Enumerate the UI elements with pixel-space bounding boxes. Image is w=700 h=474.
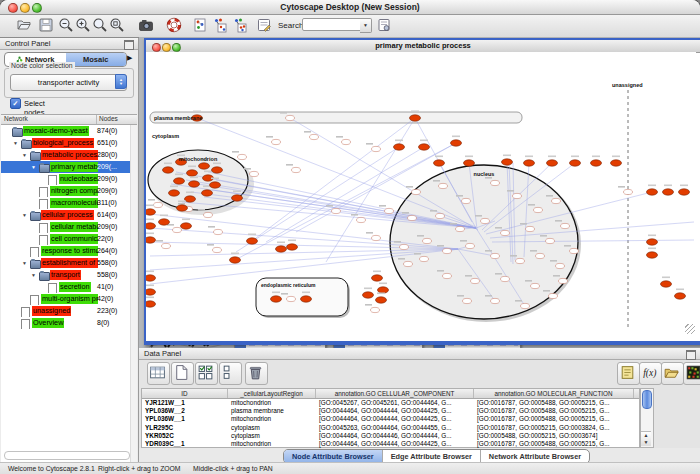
network-node[interactable]: [419, 144, 430, 150]
table-row[interactable]: YJR121W__1mitochondrion[GO:0045267, GO:0…: [142, 399, 639, 407]
network-node[interactable]: [531, 283, 540, 288]
tree-column-network[interactable]: Network: [1, 115, 97, 124]
column-header-3[interactable]: annotation.GO MOLECULAR_FUNCTION: [474, 389, 634, 398]
table-row[interactable]: YPL036W__1mitochondrion[GO:0044464, GO:0…: [142, 415, 639, 423]
network-node[interactable]: [536, 253, 545, 258]
expand-arrow-icon[interactable]: ▼: [22, 212, 27, 218]
network-node[interactable]: [272, 139, 281, 144]
network-node[interactable]: [556, 263, 565, 268]
tree-row-multi-organism-pro[interactable]: multi-organism pro42(0): [1, 293, 131, 305]
network-node[interactable]: [434, 160, 445, 166]
network-node[interactable]: [372, 275, 383, 281]
network-node[interactable]: [210, 182, 221, 188]
tab-scroll-right-icon[interactable]: ▶: [127, 54, 132, 62]
network-node[interactable]: [146, 275, 156, 281]
network-node[interactable]: [204, 212, 213, 217]
tree-row-nitrogen-compo[interactable]: nitrogen compo209(0): [1, 185, 131, 197]
network-node[interactable]: [521, 303, 530, 308]
zoom-out-icon[interactable]: [58, 17, 76, 35]
delete-attribute-icon[interactable]: [245, 362, 268, 385]
new-attribute-icon[interactable]: [171, 362, 194, 385]
network-node[interactable]: [570, 248, 579, 253]
tree-scrollbar[interactable]: [130, 125, 137, 462]
network-node[interactable]: [679, 189, 690, 195]
expand-arrow-icon[interactable]: ▼: [31, 272, 36, 278]
tree-column-nodes[interactable]: Nodes: [97, 115, 137, 124]
network-node[interactable]: [463, 298, 472, 303]
network-node[interactable]: [502, 159, 513, 165]
tree-row-secretion[interactable]: secretion41(0): [1, 281, 131, 293]
control-panel-hscrollbar[interactable]: [4, 451, 130, 460]
network-node[interactable]: [501, 230, 510, 235]
network-node[interactable]: [177, 205, 188, 211]
network-node[interactable]: [481, 218, 490, 223]
network-node[interactable]: [534, 207, 543, 212]
tree-row-cellular-metabo[interactable]: cellular metabo209(0): [1, 221, 131, 233]
network-node[interactable]: [675, 293, 686, 299]
network-node[interactable]: [661, 281, 672, 287]
network-node[interactable]: [647, 252, 658, 258]
network-node[interactable]: [451, 140, 462, 146]
network-node[interactable]: [408, 215, 417, 220]
network-node[interactable]: [238, 154, 247, 159]
expand-arrow-icon[interactable]: ▼: [31, 164, 36, 170]
tree-row-nucleobase-[interactable]: nucleobase-209(0): [1, 173, 131, 185]
network-node[interactable]: [187, 170, 198, 176]
network-node[interactable]: [247, 238, 258, 244]
network-node[interactable]: [372, 146, 381, 151]
search-input[interactable]: [302, 18, 362, 31]
network-node[interactable]: [292, 167, 301, 172]
network-node[interactable]: [378, 287, 389, 293]
tree-row-biological-process[interactable]: ▼biological_process651(0): [1, 137, 131, 149]
network-node[interactable]: [357, 217, 366, 222]
network-node[interactable]: [471, 278, 480, 283]
network-node[interactable]: [524, 160, 535, 166]
network-node[interactable]: [159, 219, 170, 225]
mosaic-icon-3[interactable]: [232, 17, 250, 35]
tree-row-establishment-of-lo[interactable]: ▼establishment of lo558(0): [1, 257, 131, 269]
network-node[interactable]: [287, 244, 298, 250]
select-attributes-icon[interactable]: [195, 362, 218, 385]
network-node[interactable]: [443, 248, 452, 253]
open-file-icon[interactable]: [16, 17, 34, 35]
network-node[interactable]: [491, 253, 500, 258]
network-node[interactable]: [559, 278, 568, 283]
unselect-attributes-icon[interactable]: [219, 362, 242, 385]
tree-row-transport[interactable]: ▼transport558(0): [1, 269, 131, 281]
zoom-fit-icon[interactable]: [109, 17, 127, 35]
network-node[interactable]: [301, 296, 312, 302]
table-row[interactable]: YLR295Ccytoplasm[GO:0045263, GO:0044464,…: [142, 424, 639, 432]
notepad-icon[interactable]: [617, 362, 640, 385]
network-node[interactable]: [423, 238, 432, 243]
network-node[interactable]: [286, 115, 295, 120]
network-node[interactable]: [371, 307, 380, 312]
network-node[interactable]: [420, 256, 429, 261]
network-node[interactable]: [462, 198, 471, 203]
network-node[interactable]: [146, 209, 156, 215]
tree-row-metabolic-process[interactable]: ▼metabolic process280(0): [1, 149, 131, 161]
network-node[interactable]: [404, 261, 413, 266]
network-node[interactable]: [385, 208, 394, 213]
network-node[interactable]: [363, 292, 374, 298]
network-node[interactable]: [342, 139, 351, 144]
network-node[interactable]: [466, 243, 475, 248]
network-node[interactable]: [624, 189, 633, 194]
network-node[interactable]: [464, 160, 475, 166]
tree-row-cellular-process[interactable]: ▼cellular process614(0): [1, 209, 131, 221]
network-node[interactable]: [174, 178, 185, 184]
network-node[interactable]: [443, 273, 452, 278]
heatmap-icon[interactable]: [683, 362, 700, 385]
table-row[interactable]: YPL036W__2plasma membrane[GO:0044464, GO…: [142, 407, 639, 415]
search-dropdown-icon[interactable]: ▼: [360, 18, 372, 33]
network-node[interactable]: [163, 167, 174, 173]
network-node[interactable]: [310, 134, 319, 139]
network-node[interactable]: [199, 163, 210, 169]
resize-grip[interactable]: [685, 324, 695, 334]
network-node[interactable]: [146, 223, 156, 229]
network-node[interactable]: [146, 301, 156, 307]
attribute-table-icon[interactable]: [147, 362, 170, 385]
mosaic-icon-1[interactable]: [192, 17, 210, 35]
tree-row-cell-communicat[interactable]: cell communicat22(0): [1, 233, 131, 245]
network-node[interactable]: [513, 193, 522, 198]
network-node[interactable]: [212, 167, 223, 173]
